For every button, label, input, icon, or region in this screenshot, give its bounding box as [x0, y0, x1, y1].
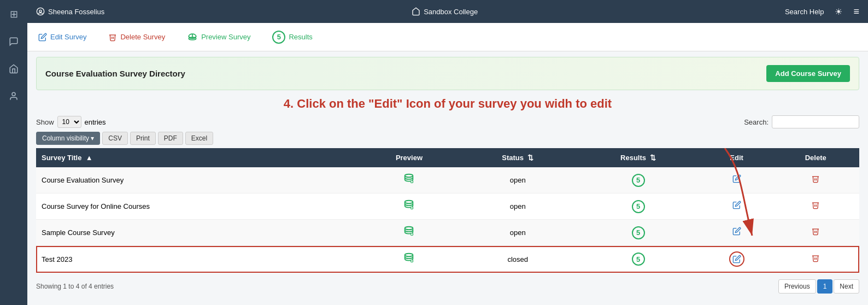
- main-area: Sheena Fosselius Sandbox College Search …: [27, 0, 868, 305]
- col-preview[interactable]: Preview: [358, 148, 460, 167]
- row-edit[interactable]: [701, 220, 772, 246]
- next-button[interactable]: Next: [834, 279, 859, 294]
- delete-survey-button[interactable]: Delete Survey: [108, 33, 165, 42]
- row-title: Test 2023: [36, 246, 358, 273]
- previous-button[interactable]: Previous: [778, 279, 816, 294]
- surveys-table: Survey Title ▲ Preview Status ⇅ Results …: [36, 148, 859, 273]
- row-delete[interactable]: [772, 220, 859, 246]
- delete-icon: [108, 33, 117, 42]
- instruction-text: 4. Click on the "Edit" Icon of your surv…: [36, 97, 859, 111]
- pdf-button[interactable]: PDF: [158, 132, 183, 145]
- row-edit[interactable]: [701, 193, 772, 220]
- csv-button[interactable]: CSV: [102, 132, 128, 145]
- col-delete[interactable]: Delete: [772, 148, 859, 167]
- add-course-survey-button[interactable]: Add Course Survey: [766, 65, 850, 82]
- pagination-buttons: Previous 1 Next: [778, 279, 859, 294]
- topbar: Sheena Fosselius Sandbox College Search …: [27, 0, 868, 23]
- delete-survey-label: Delete Survey: [120, 33, 165, 41]
- topbar-center: Sandbox College: [121, 7, 769, 16]
- row-title: Course Survey for Online Courses: [36, 193, 358, 220]
- preview-db-icon[interactable]: [403, 176, 415, 187]
- excel-button[interactable]: Excel: [185, 132, 213, 145]
- controls-row: Show 10 25 50 entries Search:: [36, 115, 859, 128]
- row-title: Course Evaluation Survey: [36, 167, 358, 193]
- toolbar: Edit Survey Delete Survey Preview Survey…: [27, 23, 868, 51]
- row-preview: [358, 167, 460, 193]
- results-badge[interactable]: 5: [632, 200, 645, 213]
- controls-left: Show 10 25 50 entries: [36, 116, 106, 128]
- college-icon: [412, 7, 420, 16]
- row-status: closed: [460, 246, 576, 273]
- table-row: Course Evaluation Survey open5: [36, 167, 859, 193]
- page-1-button[interactable]: 1: [817, 279, 833, 294]
- preview-db-icon[interactable]: [403, 228, 415, 239]
- user-circle-icon: [36, 7, 45, 16]
- topbar-college: Sandbox College: [424, 8, 478, 16]
- col-status[interactable]: Status ⇅: [460, 148, 576, 167]
- row-results[interactable]: 5: [576, 246, 701, 273]
- show-label: Show: [36, 118, 54, 126]
- results-button[interactable]: 5 Results: [272, 31, 312, 44]
- sidebar-home-icon[interactable]: [5, 60, 22, 78]
- row-results[interactable]: 5: [576, 220, 701, 246]
- row-edit[interactable]: [701, 246, 772, 273]
- results-count: 5: [277, 33, 281, 41]
- svg-point-16: [405, 253, 413, 256]
- preview-db-icon[interactable]: [403, 202, 415, 213]
- preview-db-icon[interactable]: [403, 255, 415, 266]
- table-wrapper: Survey Title ▲ Preview Status ⇅ Results …: [36, 148, 859, 273]
- delete-icon[interactable]: [811, 201, 820, 212]
- search-help-link[interactable]: Search Help: [785, 8, 824, 16]
- controls-right: Search:: [744, 115, 859, 128]
- row-preview: [358, 246, 460, 273]
- row-status: open: [460, 220, 576, 246]
- menu-icon[interactable]: ≡: [853, 6, 859, 17]
- row-delete[interactable]: [772, 167, 859, 193]
- edit-icon[interactable]: [732, 174, 741, 185]
- col-survey-title[interactable]: Survey Title ▲: [36, 148, 358, 167]
- edit-survey-button[interactable]: Edit Survey: [38, 33, 86, 42]
- row-status: open: [460, 193, 576, 220]
- edit-survey-label: Edit Survey: [50, 33, 86, 41]
- entries-select[interactable]: 10 25 50: [57, 116, 81, 128]
- row-results[interactable]: 5: [576, 193, 701, 220]
- sun-icon[interactable]: ☀: [835, 7, 842, 17]
- edit-icon[interactable]: [732, 227, 741, 238]
- table-row: Course Survey for Online Courses open5: [36, 193, 859, 220]
- row-delete[interactable]: [772, 193, 859, 220]
- results-badge[interactable]: 5: [632, 226, 645, 239]
- print-button[interactable]: Print: [130, 132, 156, 145]
- sidebar-grid-icon[interactable]: ⊞: [5, 5, 22, 23]
- results-badge[interactable]: 5: [632, 174, 645, 187]
- row-results[interactable]: 5: [576, 167, 701, 193]
- svg-point-0: [12, 92, 15, 96]
- edit-icon-highlighted[interactable]: [729, 251, 744, 267]
- directory-header: Course Evaluation Survey Directory Add C…: [36, 57, 859, 90]
- edit-icon: [38, 33, 47, 42]
- row-edit[interactable]: [701, 167, 772, 193]
- col-results[interactable]: Results ⇅: [576, 148, 701, 167]
- search-input[interactable]: [772, 115, 859, 128]
- delete-icon[interactable]: [811, 227, 820, 238]
- row-delete[interactable]: [772, 246, 859, 273]
- table-header-row: Survey Title ▲ Preview Status ⇅ Results …: [36, 148, 859, 167]
- edit-icon[interactable]: [732, 201, 741, 212]
- delete-icon[interactable]: [811, 174, 820, 185]
- results-count-badge: 5: [272, 31, 285, 44]
- svg-point-12: [405, 227, 413, 230]
- delete-icon[interactable]: [811, 254, 820, 265]
- results-badge[interactable]: 5: [632, 253, 645, 266]
- sidebar-chat-icon[interactable]: [5, 33, 22, 50]
- topbar-user[interactable]: Sheena Fosselius: [36, 7, 104, 16]
- content-area: Course Evaluation Survey Directory Add C…: [27, 51, 868, 305]
- preview-survey-button[interactable]: Preview Survey: [187, 32, 250, 43]
- col-edit[interactable]: Edit: [701, 148, 772, 167]
- sidebar-user-icon[interactable]: [5, 87, 22, 105]
- btn-bar: Column visibility ▾ CSV Print PDF Excel: [36, 132, 859, 145]
- table-row: Test 2023 closed5: [36, 246, 859, 273]
- row-status: open: [460, 167, 576, 193]
- row-preview: [358, 220, 460, 246]
- column-visibility-button[interactable]: Column visibility ▾: [36, 132, 100, 145]
- preview-survey-label: Preview Survey: [201, 33, 250, 41]
- table-row: Sample Course Survey open5: [36, 220, 859, 246]
